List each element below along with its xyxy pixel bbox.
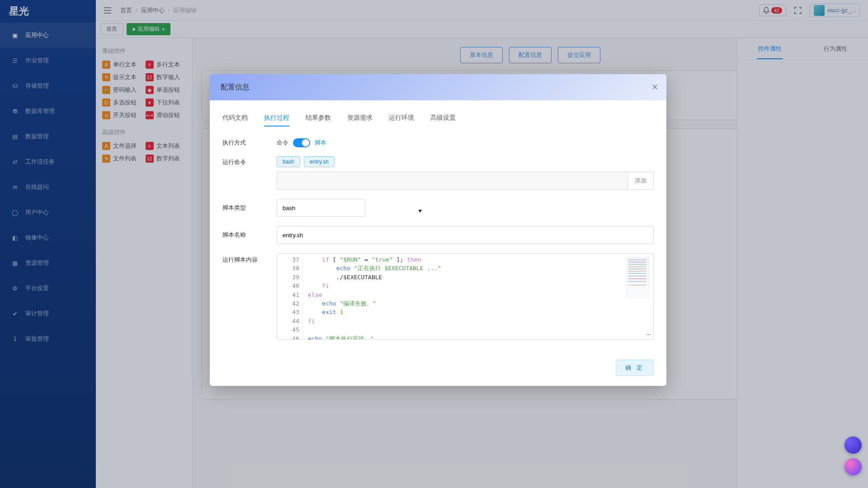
editor-minimap[interactable] [626,257,650,298]
script-type-input[interactable] [277,199,365,217]
script-content-label: 运行脚本内容 [222,253,277,264]
editor-gutter: 37383940414243444546 [277,253,303,339]
code-editor[interactable]: 37383940414243444546 if [ "$RUN" = "true… [277,253,654,340]
float-action-2[interactable] [844,458,862,475]
config-modal: 配置信息 ✕ 代码文档执行过程结果参数资源需求运行环境高级设置 执行方式 命令 … [210,74,666,386]
editor-resize-handle[interactable]: — [647,330,651,338]
exec-mode-toggle[interactable] [293,138,310,147]
cmd-chip[interactable]: entry.sh [304,156,335,167]
modal-tabs: 代码文档执行过程结果参数资源需求运行环境高级设置 [222,111,654,128]
close-icon[interactable]: ✕ [651,82,658,92]
modal-tab-3[interactable]: 资源需求 [347,111,373,128]
add-cmd-button[interactable]: 添加 [627,172,654,190]
script-name-label: 脚本名称 [222,231,277,239]
modal-header: 配置信息 ✕ [210,74,666,100]
cmd-chip[interactable]: bash [277,156,300,167]
modal-tab-5[interactable]: 高级设置 [430,111,456,128]
modal-title: 配置信息 [221,83,250,92]
exec-mode-right: 脚本 [315,139,326,147]
exec-mode-left: 命令 [277,139,288,147]
modal-tab-0[interactable]: 代码文档 [222,111,248,128]
float-action-1[interactable] [844,436,862,454]
editor-code[interactable]: if [ "$RUN" = "true" ]; then echo "正在执行 … [303,253,653,339]
modal-tab-2[interactable]: 结果参数 [306,111,331,128]
exec-mode-label: 执行方式 [222,139,277,147]
modal-tab-1[interactable]: 执行过程 [264,111,289,128]
modal-tab-4[interactable]: 运行环境 [389,111,414,128]
script-type-label: 脚本类型 [222,204,277,212]
run-cmd-input[interactable] [277,172,627,190]
ok-button[interactable]: 确 定 [616,360,654,376]
script-name-input[interactable] [277,226,654,244]
run-cmd-label: 运行命令 [222,156,277,166]
